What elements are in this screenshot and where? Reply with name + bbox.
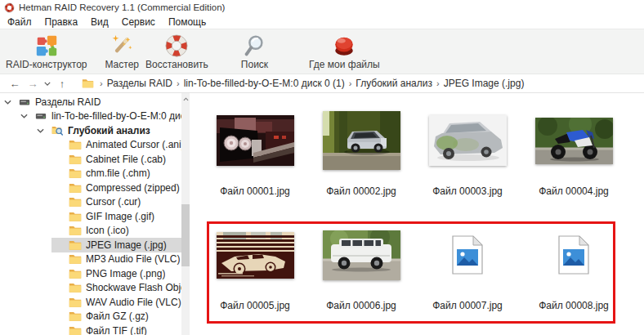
tree-item-label: Глубокий анализ — [68, 125, 150, 136]
tree-item[interactable]: Cursor (.cur) — [0, 195, 181, 210]
tree-item-label: GIF Image (.gif) — [86, 211, 154, 222]
breadcrumb-separator: › — [345, 78, 356, 88]
window-title: Hetman RAID Recovery 1.1 (Commercial Edi… — [19, 2, 225, 12]
tree-item[interactable]: PNG Image (.png) — [0, 266, 181, 281]
folder-icon — [69, 225, 82, 236]
scrollbar-thumb[interactable] — [181, 204, 190, 266]
photo-thumbnail — [323, 111, 400, 170]
tree-item-body: JPEG Image (.jpg) — [51, 238, 181, 252]
tree-item[interactable]: Глубокий анализ — [0, 123, 181, 138]
file-item[interactable]: Файл 00007.jpg — [414, 214, 521, 328]
breadcrumb-separator: › — [96, 78, 107, 88]
tree-item[interactable]: Файл TIF (.tif) — [0, 324, 181, 335]
tree-item-label: Animated Cursor (.ani) — [86, 139, 181, 150]
file-grid: Файл 00001.jpgФайл 00002.jpgФайл 00003.j… — [202, 100, 627, 328]
tree-item-body: Cursor (.cur) — [69, 195, 181, 210]
file-list: Файл 00001.jpgФайл 00002.jpgФайл 00003.j… — [190, 93, 644, 335]
tree-item-label: lin-To-be-filled-by-O-E-M:0 диск 0 (1) — [51, 110, 181, 122]
file-item[interactable]: Файл 00005.jpg — [202, 214, 308, 328]
folder-icon[interactable] — [82, 78, 94, 88]
image-placeholder-icon — [557, 235, 590, 275]
menu-item[interactable]: Помощь — [162, 16, 212, 29]
tree-item-label: Compressed (zipped) Folder (. — [86, 182, 181, 194]
chevron-down-icon[interactable] — [2, 100, 13, 105]
app-icon — [4, 2, 15, 13]
tree-item[interactable]: Shockwave Flash Object (.swf) — [0, 281, 181, 296]
tree-item-body: Файл GZ (.gz) — [69, 310, 181, 324]
tree-item[interactable]: WAV Audio File (VLC) (.wav) — [0, 295, 181, 310]
folder-icon — [69, 168, 82, 179]
forward-icon[interactable]: → — [25, 78, 41, 90]
folder-icon — [69, 297, 82, 308]
menu-item[interactable]: Файл — [1, 16, 38, 29]
tree-item-label: MP3 Audio File (VLC) (.mp3) — [86, 253, 181, 265]
breadcrumb-segment[interactable]: Глубокий анализ — [356, 78, 432, 89]
toolbar-button-red-button[interactable]: Где мои файлы — [309, 34, 380, 70]
breadcrumb-segment[interactable]: lin-To-be-filled-by-O-E-M:0 диск 0 (1) — [184, 78, 345, 89]
back-icon[interactable]: ← — [7, 78, 23, 90]
tree-item-body: PNG Image (.png) — [69, 266, 181, 281]
tree-item[interactable]: Cabinet File (.cab) — [0, 152, 181, 167]
recent-locations-chevron-icon[interactable] — [42, 82, 52, 86]
file-item[interactable]: Файл 00006.jpg — [308, 214, 414, 328]
toolbar-button-lifebuoy[interactable]: Восстановить — [145, 34, 208, 70]
title-bar: Hetman RAID Recovery 1.1 (Commercial Edi… — [0, 0, 644, 15]
file-item[interactable]: Файл 00001.jpg — [202, 100, 308, 214]
file-name: Файл 00008.jpg — [539, 300, 609, 311]
file-name: Файл 00004.jpg — [539, 185, 609, 197]
up-icon[interactable]: ↑ — [54, 78, 70, 90]
menubar: ФайлПравкаВидСервисПомощь — [0, 15, 644, 29]
tree-item-body: MP3 Audio File (VLC) (.mp3) — [69, 252, 181, 267]
scroll-up-icon[interactable] — [181, 95, 190, 103]
breadcrumb-segments: ›Разделы RAID›lin-To-be-filled-by-O-E-M:… — [96, 78, 524, 89]
tree-item[interactable]: JPEG Image (.jpg) — [0, 238, 181, 252]
chevron-down-icon[interactable] — [18, 114, 29, 118]
tree-item[interactable]: Файл GZ (.gz) — [0, 310, 181, 324]
magnifier-icon — [242, 34, 266, 58]
tree-item[interactable]: Разделы RAID — [0, 95, 181, 109]
tree-scrollbar[interactable] — [181, 93, 190, 335]
tree-item[interactable]: Icon (.ico) — [0, 224, 181, 239]
chevron-down-icon[interactable] — [34, 128, 46, 133]
file-item[interactable]: Файл 00002.jpg — [308, 100, 414, 214]
menu-item[interactable]: Сервис — [115, 16, 162, 29]
photo-thumbnail — [323, 230, 400, 280]
photo-thumbnail — [217, 115, 294, 166]
toolbar-button-magic-wand[interactable]: Мастер — [105, 34, 139, 70]
tree-item[interactable]: Compressed (zipped) Folder (. — [0, 181, 181, 195]
breadcrumb-segment[interactable]: Разделы RAID — [107, 78, 172, 89]
breadcrumb-separator: › — [432, 78, 444, 88]
tree-item[interactable]: GIF Image (.gif) — [0, 209, 181, 224]
puzzle-icon — [34, 34, 59, 58]
tree-item-body: GIF Image (.gif) — [69, 209, 181, 224]
menu-item[interactable]: Правка — [38, 16, 85, 29]
file-thumbnail — [521, 214, 627, 296]
main-area: Разделы RAIDlin-To-be-filled-by-O-E-M:0 … — [0, 93, 644, 335]
file-thumbnail — [308, 100, 414, 181]
breadcrumb-separator: › — [172, 78, 184, 88]
breadcrumb: ← → ↑ ›Разделы RAID›lin-To-be-filled-by-… — [0, 74, 644, 93]
file-thumbnail — [202, 100, 308, 181]
chevron-down-icon — [37, 128, 44, 133]
tree-item-body: Icon (.ico) — [69, 224, 181, 239]
file-item[interactable]: Файл 00008.jpg — [521, 214, 627, 328]
toolbar-button-puzzle[interactable]: RAID-конструктор — [6, 34, 87, 70]
tree-item[interactable]: Animated Cursor (.ani) — [0, 138, 181, 153]
breadcrumb-segment[interactable]: JPEG Image (.jpg) — [444, 78, 525, 89]
tree-item-body: Cabinet File (.cab) — [69, 152, 181, 167]
toolbar-button-magnifier[interactable]: Поиск — [241, 34, 268, 70]
folder-icon — [69, 182, 82, 194]
file-name: Файл 00006.jpg — [326, 300, 396, 311]
tree-item[interactable]: lin-To-be-filled-by-O-E-M:0 диск 0 (1) — [0, 109, 181, 124]
tree-item-label: Файл TIF (.tif) — [86, 325, 147, 335]
file-item[interactable]: Файл 00003.jpg — [414, 100, 521, 214]
tree-item[interactable]: chm.file (.chm) — [0, 167, 181, 181]
file-thumbnail — [202, 214, 308, 296]
file-item[interactable]: Файл 00004.jpg — [521, 100, 627, 214]
tree-item-label: Icon (.ico) — [86, 225, 129, 236]
toolbar-button-label: Восстановить — [145, 59, 208, 70]
file-name: Файл 00001.jpg — [220, 185, 290, 197]
menu-item[interactable]: Вид — [84, 16, 115, 29]
tree-item[interactable]: MP3 Audio File (VLC) (.mp3) — [0, 252, 181, 267]
folder-icon — [69, 154, 82, 165]
